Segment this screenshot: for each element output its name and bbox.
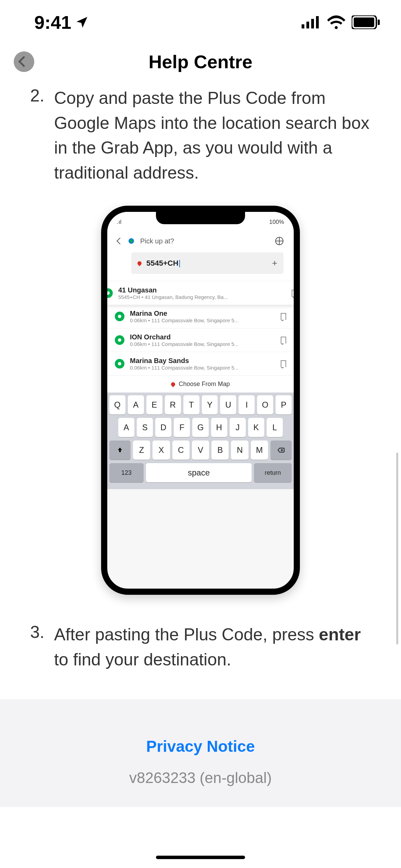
key-m: M <box>251 441 268 460</box>
key-r: R <box>165 395 181 414</box>
space-key: space <box>146 463 252 482</box>
key-z: Z <box>133 441 150 460</box>
svg-rect-3 <box>316 16 319 28</box>
bookmark-icon <box>281 313 286 320</box>
page-footer: Privacy Notice v8263233 (en-global) <box>0 699 401 807</box>
help-article-content: 2. Copy and paste the Plus Code from Goo… <box>16 86 385 699</box>
key-c: C <box>172 441 190 460</box>
key-n: N <box>231 441 248 460</box>
key-q: Q <box>109 395 125 414</box>
location-pin-icon <box>103 288 113 298</box>
status-icons <box>302 15 380 29</box>
pickup-label: Pick up at? <box>140 237 174 245</box>
choose-from-map: Choose From Map <box>107 376 294 393</box>
status-time: 9:41 <box>34 12 89 33</box>
result-subtitle: 0.06km • 111 Compassvale Bow, Singapore … <box>130 365 275 371</box>
result-title: 41 Ungasan <box>118 286 286 294</box>
wifi-icon <box>327 15 345 29</box>
globe-icon <box>275 237 283 245</box>
pickup-dot-icon <box>129 238 134 244</box>
battery-icon <box>352 15 380 29</box>
back-icon <box>117 238 123 244</box>
map-pin-icon <box>170 381 176 387</box>
step-2-text: Copy and paste the Plus Code from Google… <box>54 86 371 185</box>
instruction-mockup-image: .ıl 9:41 AM 100% Pick up at? 5545+CH + 4… <box>101 206 300 595</box>
page-header: Help Centre <box>0 41 401 82</box>
key-t: T <box>183 395 199 414</box>
svg-rect-5 <box>354 17 374 27</box>
svg-rect-2 <box>311 19 314 28</box>
return-key: return <box>254 463 292 482</box>
list-item: Marina One 0.06km • 111 Compassvale Bow,… <box>107 305 294 328</box>
search-results-list: 41 Ungasan 5545+CH • 41 Ungasan, Badung … <box>107 281 294 393</box>
page-title: Help Centre <box>148 51 252 72</box>
mockup-signal: .ıl <box>117 219 121 226</box>
version-label: v8263233 (en-global) <box>0 769 401 786</box>
key-h: H <box>211 418 227 437</box>
key-g: G <box>192 418 208 437</box>
mockup-keyboard: Q A E R T Y U I O P A S D F G H J K L <box>107 393 294 489</box>
search-input-value: 5545+CH <box>146 259 267 268</box>
key-a2: A <box>118 418 134 437</box>
location-pin-icon <box>115 359 124 369</box>
key-k: K <box>248 418 264 437</box>
result-subtitle: 0.06km • 111 Compassvale Bow, Singapore … <box>130 341 275 347</box>
result-title: Marina One <box>130 310 275 317</box>
num-key: 123 <box>109 463 144 482</box>
mockup-battery-pct: 100% <box>269 219 284 226</box>
step-3-number: 3. <box>30 622 45 672</box>
destination-pin-icon <box>137 260 143 266</box>
result-subtitle: 0.06km • 111 Compassvale Bow, Singapore … <box>130 317 275 323</box>
key-u: U <box>220 395 236 414</box>
key-y: Y <box>202 395 218 414</box>
home-indicator[interactable] <box>156 856 245 859</box>
backspace-icon <box>278 447 284 453</box>
scrollbar-indicator <box>396 453 398 644</box>
key-x: X <box>153 441 170 460</box>
device-status-bar: 9:41 <box>0 0 401 41</box>
back-button[interactable] <box>14 51 34 72</box>
result-subtitle: 5545+CH • 41 Ungasan, Badung Regency, Ba… <box>118 294 286 300</box>
key-j: J <box>230 418 246 437</box>
shift-key <box>109 441 131 460</box>
result-title: Marina Bay Sands <box>130 357 275 365</box>
result-title: ION Orchard <box>130 333 275 341</box>
key-v: V <box>192 441 209 460</box>
location-pin-icon <box>115 312 124 321</box>
key-e: E <box>146 395 162 414</box>
svg-rect-6 <box>378 20 380 25</box>
key-b: B <box>211 441 229 460</box>
key-d: D <box>155 418 171 437</box>
location-pin-icon <box>115 335 124 345</box>
svg-rect-1 <box>306 22 309 28</box>
privacy-notice-link[interactable]: Privacy Notice <box>0 737 401 756</box>
key-l: L <box>267 418 283 437</box>
bookmark-icon <box>281 360 286 367</box>
backspace-key <box>270 441 292 460</box>
key-i: I <box>239 395 255 414</box>
mockup-search-area: Pick up at? 5545+CH + <box>107 226 294 281</box>
cellular-signal-icon <box>302 16 321 28</box>
location-services-icon <box>75 15 89 29</box>
bookmark-icon <box>281 337 286 343</box>
add-stop-icon: + <box>272 258 277 268</box>
step-3: 3. After pasting the Plus Code, press en… <box>30 622 371 672</box>
key-o: O <box>257 395 273 414</box>
key-s: S <box>137 418 153 437</box>
step-3-text: After pasting the Plus Code, press enter… <box>54 622 371 672</box>
list-item: ION Orchard 0.06km • 111 Compassvale Bow… <box>107 328 294 352</box>
shift-icon <box>117 447 123 453</box>
step-2: 2. Copy and paste the Plus Code from Goo… <box>30 86 371 185</box>
phone-notch <box>156 212 245 224</box>
bookmark-icon <box>292 290 297 297</box>
svg-rect-0 <box>302 24 304 28</box>
list-item: Marina Bay Sands 0.06km • 111 Compassval… <box>107 352 294 376</box>
location-search-input: 5545+CH + <box>131 252 283 274</box>
step-2-number: 2. <box>30 86 45 185</box>
key-a: A <box>128 395 144 414</box>
key-p: P <box>276 395 292 414</box>
list-item: 41 Ungasan 5545+CH • 41 Ungasan, Badung … <box>101 281 300 305</box>
key-f: F <box>174 418 190 437</box>
